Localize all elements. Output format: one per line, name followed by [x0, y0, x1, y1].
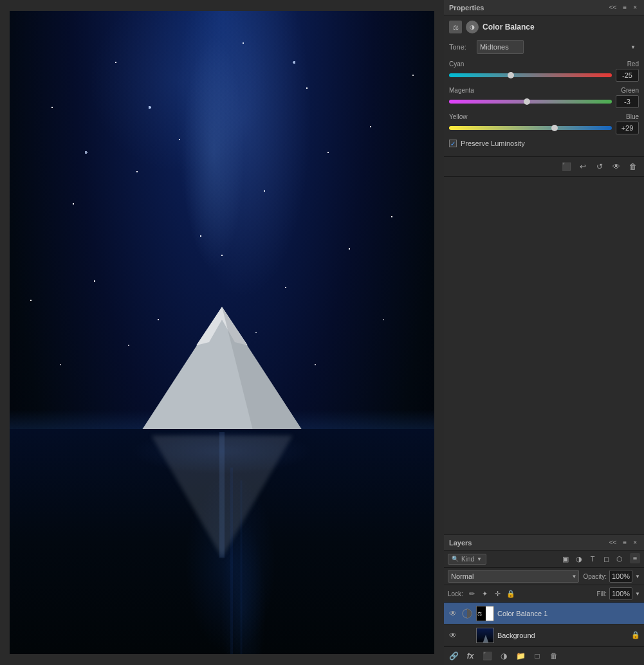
tone-select[interactable]: Shadows Midtones Highlights	[477, 40, 524, 54]
preserve-luminosity-row: ✓ Preserve Luminosity	[449, 140, 639, 147]
blend-mode-select[interactable]: Normal Dissolve Multiply Screen Overlay	[448, 570, 579, 583]
layers-filter-toolbar: 🔍 Kind ▼ ▣ ◑ T ◻ ⬡ ≡	[444, 551, 644, 568]
layer-name-cb: Color Balance 1	[497, 610, 640, 617]
opacity-row-part: Opacity: 100% ▼	[583, 570, 640, 583]
right-panel: Properties << ≡ × ⚖ ◑ Color Balance Tone…	[444, 0, 644, 665]
cb-scale-icon: ⚖	[449, 21, 462, 33]
delete-icon[interactable]: 🗑	[627, 161, 639, 172]
layers-collapse-btn[interactable]: <<	[607, 538, 619, 547]
layers-search-box[interactable]: 🔍 Kind ▼	[448, 554, 486, 565]
adjustment-layer-icon	[462, 608, 472, 619]
layers-search-arrow: ▼	[477, 556, 482, 562]
magenta-green-thumb[interactable]	[524, 98, 530, 105]
adjustment-filter-icon[interactable]: ◑	[573, 553, 585, 565]
layers-filter-icons: ▣ ◑ T ◻ ⬡ ≡	[489, 553, 640, 565]
layer-item-color-balance[interactable]: 👁 ⚖ Color Balance 1	[444, 603, 644, 624]
clip-to-layer-icon[interactable]: ⬛	[560, 161, 572, 172]
fill-value[interactable]: 100%	[609, 587, 632, 600]
cyan-red-track[interactable]	[449, 73, 612, 77]
bg-thumb-svg	[477, 628, 494, 643]
new-fill-adjustment-icon[interactable]: ⬛	[481, 650, 493, 662]
cyan-red-thumb[interactable]	[508, 72, 514, 78]
fx-icon[interactable]: fx	[465, 650, 476, 662]
type-filter-icon[interactable]: T	[587, 553, 598, 565]
lock-row: Lock: ✏ ✦ ✛ 🔒 Fill: 100% ▼	[444, 585, 644, 603]
yellow-blue-slider-row: +29	[449, 122, 639, 134]
lock-label: Lock:	[448, 590, 463, 597]
panel-spacer	[444, 177, 644, 534]
magenta-green-row: Magenta Green -3	[449, 87, 639, 108]
properties-panel-body: ⚖ ◑ Color Balance Tone: Shadows Midtones…	[444, 15, 644, 156]
cyan-red-slider-row: -25	[449, 69, 639, 82]
cb-title: Color Balance	[483, 23, 535, 32]
reset-icon[interactable]: ↺	[594, 161, 605, 172]
pixel-filter-icon[interactable]: ▣	[560, 553, 571, 565]
lock-pixels-icon[interactable]: ✏	[467, 588, 477, 599]
magenta-green-track[interactable]	[449, 100, 612, 104]
lock-artboard-icon[interactable]: ✛	[493, 588, 503, 599]
canvas-image	[10, 11, 434, 654]
adjustment-layer-btn[interactable]: ◑	[498, 650, 510, 662]
tone-select-arrow: ▼	[630, 44, 636, 50]
layer-name-bg: Background	[497, 632, 628, 639]
yellow-blue-value[interactable]: +29	[616, 122, 639, 134]
more-filter-icon[interactable]: ≡	[630, 553, 640, 563]
properties-panel-footer: ⬛ ↩ ↺ 👁 🗑	[444, 156, 644, 176]
layers-panel-controls: << ≡ ×	[607, 538, 639, 547]
layers-list: 👁 ⚖ Color Balance 1 👁	[444, 603, 644, 646]
cyan-red-row: Cyan Red -25	[449, 60, 639, 82]
properties-close-btn[interactable]: ×	[631, 3, 639, 12]
layers-panel-title: Layers	[449, 539, 472, 547]
cb-thumb-symbol: ⚖	[477, 610, 482, 616]
yellow-blue-slider-container	[449, 125, 612, 131]
red-label: Red	[481, 60, 639, 68]
properties-menu-btn[interactable]: ≡	[621, 3, 629, 12]
lock-position-icon[interactable]: ✦	[480, 588, 490, 599]
layers-menu-btn[interactable]: ≡	[621, 538, 629, 547]
layers-bottom-toolbar: 🔗 fx ⬛ ◑ 📁 □ 🗑	[444, 646, 644, 665]
opacity-arrow: ▼	[635, 574, 640, 579]
yellow-blue-thumb[interactable]	[551, 125, 558, 131]
preserve-luminosity-checkbox[interactable]: ✓	[449, 140, 457, 147]
layers-close-btn[interactable]: ×	[631, 538, 639, 547]
yellow-blue-labels: Yellow Blue	[449, 113, 639, 120]
fill-label: Fill:	[597, 590, 607, 597]
blue-label: Blue	[481, 113, 639, 120]
layers-search-kind: Kind	[461, 556, 474, 563]
cyan-red-value[interactable]: -25	[616, 69, 639, 82]
delete-layer-icon[interactable]: 🗑	[548, 650, 560, 662]
water-reflection-svg	[10, 429, 434, 654]
layer-thumb-bg	[476, 628, 494, 643]
magenta-green-slider-container	[449, 98, 612, 105]
canvas-area	[0, 0, 444, 665]
lock-all-icon[interactable]: 🔒	[506, 588, 516, 599]
yellow-blue-track[interactable]	[449, 126, 612, 130]
layer-item-background[interactable]: 👁	[444, 624, 644, 646]
water-layer	[10, 429, 434, 654]
mountain-svg	[10, 294, 434, 435]
layer-visibility-bg[interactable]: 👁	[448, 630, 458, 641]
layer-thumb-cb: ⚖	[476, 606, 494, 621]
smart-filter-icon[interactable]: ⬡	[614, 553, 625, 565]
layer-visibility-cb[interactable]: 👁	[448, 608, 458, 619]
tone-row: Tone: Shadows Midtones Highlights ▼	[449, 40, 639, 54]
cb-circle-icon: ◑	[466, 21, 479, 33]
properties-panel-header: Properties << ≡ ×	[444, 0, 644, 15]
magenta-green-value[interactable]: -3	[616, 95, 639, 108]
layer-bg-icon	[461, 630, 473, 641]
link-layers-icon[interactable]: 🔗	[448, 650, 459, 662]
properties-collapse-btn[interactable]: <<	[607, 3, 619, 12]
group-layers-icon[interactable]: 📁	[515, 650, 526, 662]
magenta-green-slider-row: -3	[449, 95, 639, 108]
fill-row-part: Fill: 100% ▼	[597, 587, 640, 600]
new-layer-icon[interactable]: □	[531, 650, 543, 662]
yellow-label: Yellow	[449, 113, 481, 120]
visibility-icon[interactable]: 👁	[611, 161, 622, 172]
cyan-red-slider-container	[449, 72, 612, 78]
opacity-value[interactable]: 100%	[609, 570, 632, 583]
shape-filter-icon[interactable]: ◻	[600, 553, 612, 565]
layer-thumb-mask	[486, 606, 493, 621]
tone-select-wrapper: Shadows Midtones Highlights ▼	[477, 40, 639, 54]
previous-state-icon[interactable]: ↩	[577, 161, 589, 172]
green-label: Green	[481, 87, 639, 94]
